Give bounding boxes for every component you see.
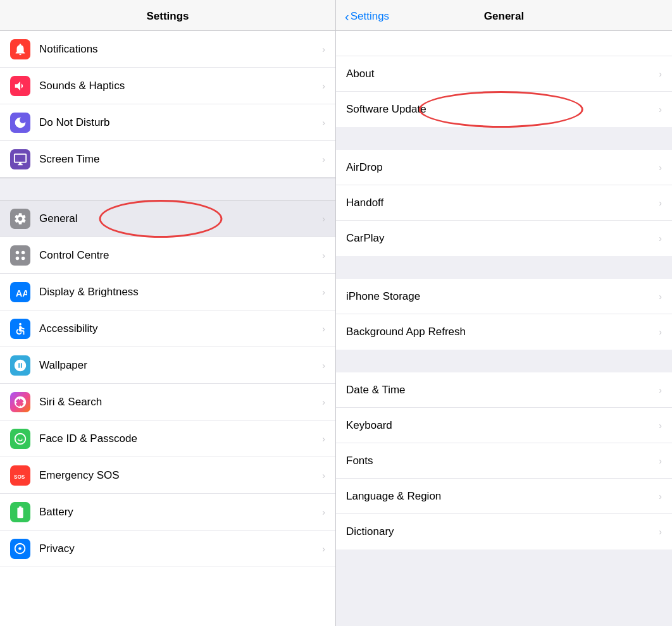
keyboard-chevron: › [659,420,662,431]
display-chevron: › [322,287,325,297]
general-list: About › Software Update › AirDrop › Hand… [336,31,672,626]
fonts-chevron: › [659,456,662,466]
general-row-carplay[interactable]: CarPlay › [336,221,672,256]
controlcentre-chevron: › [322,250,325,261]
sounds-icon-wrap [10,76,30,96]
general-row-keyboard[interactable]: Keyboard › [336,408,672,443]
control-icon [13,249,27,262]
donotdisturb-label: Do Not Disturb [39,116,317,129]
general-row-fonts[interactable]: Fonts › [336,443,672,479]
back-button[interactable]: ‹ Settings [345,9,389,24]
general-divider-3 [336,350,672,372]
general-section-1: About › Software Update › [336,56,672,127]
sos-icon: SOS [13,469,27,482]
display-label: Display & Brightness [39,286,317,298]
accessibility-chevron: › [322,324,325,334]
sos-chevron: › [322,470,325,481]
svg-text:SOS: SOS [14,474,25,479]
moon-icon [13,116,27,130]
backgroundapprefresh-chevron: › [659,327,662,337]
sidebar-item-general[interactable]: General › [0,200,335,237]
sidebar-item-controlcentre[interactable]: Control Centre › [0,237,335,274]
general-chevron: › [322,214,325,224]
sidebar-item-battery[interactable]: Battery › [0,494,335,531]
controlcentre-label: Control Centre [39,249,317,262]
sidebar-item-privacy[interactable]: Privacy › [0,531,335,567]
datetime-label: Date & Time [346,384,659,396]
general-row-languageregion[interactable]: Language & Region › [336,479,672,514]
general-row-dictionary[interactable]: Dictionary › [336,514,672,549]
svg-point-5 [19,322,22,325]
sos-icon-wrap: SOS [10,465,30,486]
sidebar-item-accessibility[interactable]: Accessibility › [0,310,335,347]
left-panel-title: Settings [13,10,323,23]
sidebar-item-screentime[interactable]: Screen Time › [0,141,335,178]
sidebar-item-notifications[interactable]: Notifications › [0,31,335,68]
svg-point-1 [22,250,25,254]
screentime-chevron: › [322,154,325,164]
sounds-chevron: › [322,81,325,91]
siri-icon-wrap [10,392,30,412]
right-panel-header: ‹ Settings General [336,0,672,31]
right-panel-title: General [484,10,524,23]
softwareupdate-label: Software Update [346,103,659,116]
general-row-iphonestorage[interactable]: iPhone Storage › [336,279,672,314]
general-divider-1 [336,127,672,150]
donotdisturb-chevron: › [322,118,325,128]
faceid-chevron: › [322,434,325,444]
handoff-chevron: › [659,198,662,208]
notifications-icon [13,42,27,56]
privacy-icon [13,542,27,556]
sidebar-item-siri[interactable]: Siri & Search › [0,384,335,420]
wallpaper-icon-wrap [10,355,30,376]
controlcentre-icon-wrap [10,245,30,266]
dictionary-label: Dictionary [346,525,659,538]
languageregion-chevron: › [659,491,662,501]
faceid-label: Face ID & Passcode [39,433,317,445]
general-divider-2 [336,256,672,279]
iphonestorage-label: iPhone Storage [346,290,659,303]
sidebar-item-emergencysos[interactable]: SOS Emergency SOS › [0,457,335,494]
airdrop-chevron: › [659,163,662,173]
display-icon-wrap: AA [10,282,30,302]
carplay-chevron: › [659,233,662,243]
faceid-icon [13,432,27,446]
notifications-label: Notifications [39,43,317,56]
languageregion-label: Language & Region [346,490,659,503]
notifications-chevron: › [322,44,325,54]
sidebar-item-displaybrightness[interactable]: AA Display & Brightness › [0,274,335,310]
general-label: General [39,212,317,225]
about-label: About [346,68,659,80]
general-row-datetime[interactable]: Date & Time › [336,372,672,408]
svg-point-3 [22,256,25,260]
left-panel-header: Settings [0,0,335,31]
sidebar-item-sounds[interactable]: Sounds & Haptics › [0,68,335,104]
battery-icon-wrap [10,502,30,522]
general-row-handoff[interactable]: Handoff › [336,185,672,221]
general-row-about[interactable]: About › [336,56,672,92]
wallpaper-label: Wallpaper [39,359,317,372]
svg-point-2 [16,256,20,260]
sidebar-item-donotdisturb[interactable]: Do Not Disturb › [0,104,335,141]
battery-chevron: › [322,507,325,517]
siri-icon [13,395,27,409]
sidebar-item-wallpaper[interactable]: Wallpaper › [0,347,335,384]
general-icon [13,212,27,226]
screentime-icon-wrap [10,149,30,169]
airdrop-label: AirDrop [346,161,659,174]
battery-label: Battery [39,506,317,519]
siri-chevron: › [322,397,325,407]
general-row-airdrop[interactable]: AirDrop › [336,150,672,185]
general-row-backgroundapprefresh[interactable]: Background App Refresh › [336,314,672,350]
chevron-left-icon: ‹ [345,9,349,24]
dictionary-chevron: › [659,527,662,537]
sidebar-item-faceid[interactable]: Face ID & Passcode › [0,420,335,457]
privacy-label: Privacy [39,543,317,555]
screentime-label: Screen Time [39,153,317,166]
handoff-label: Handoff [346,197,659,209]
wallpaper-chevron: › [322,360,325,371]
softwareupdate-chevron: › [659,104,662,114]
general-row-softwareupdate[interactable]: Software Update › [336,92,672,127]
general-section-3: iPhone Storage › Background App Refresh … [336,279,672,350]
back-label: Settings [351,10,389,23]
